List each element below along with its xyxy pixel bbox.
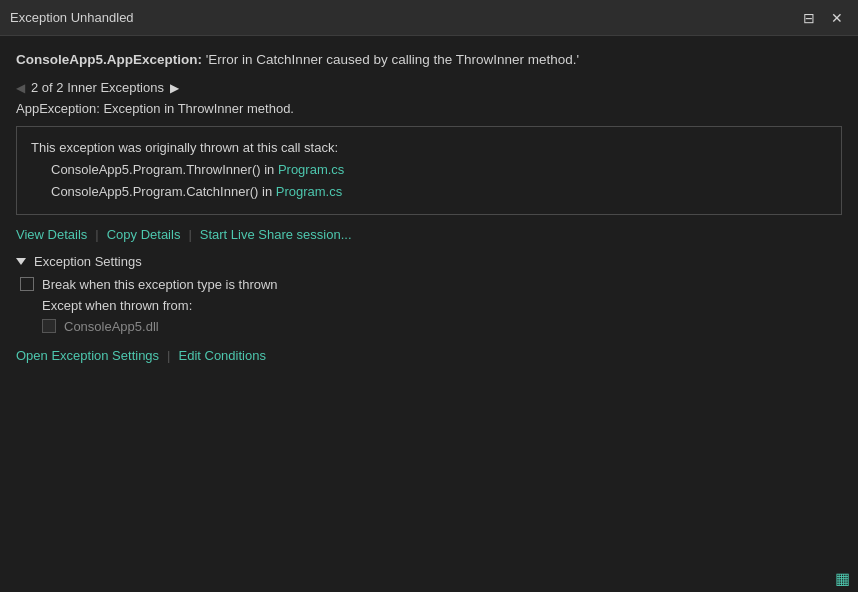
dialog-title: Exception Unhandled — [10, 10, 134, 25]
callstack-line-2: ConsoleApp5.Program.CatchInner() in Prog… — [51, 181, 827, 203]
inner-exceptions-nav: ◀ 2 of 2 Inner Exceptions ▶ — [16, 80, 842, 95]
edit-conditions-link[interactable]: Edit Conditions — [178, 348, 265, 363]
main-content: ConsoleApp5.AppException: 'Error in Catc… — [0, 36, 858, 565]
live-share-link[interactable]: Start Live Share session... — [200, 227, 352, 242]
copy-details-link[interactable]: Copy Details — [107, 227, 181, 242]
settings-body: Break when this exception type is thrown… — [16, 277, 842, 334]
settings-header: Exception Settings — [16, 254, 842, 269]
inner-exception-desc: AppException: Exception in ThrowInner me… — [16, 101, 842, 116]
call-stack-box: This exception was originally thrown at … — [16, 126, 842, 214]
break-checkbox[interactable] — [20, 277, 34, 291]
status-bar: ▦ — [0, 565, 858, 592]
title-bar-buttons: ⊟ ✕ — [798, 9, 848, 27]
bottom-sep: | — [167, 348, 170, 363]
open-settings-link[interactable]: Open Exception Settings — [16, 348, 159, 363]
inner-exceptions-label: 2 of 2 Inner Exceptions — [31, 80, 164, 95]
callstack-link-2[interactable]: Program.cs — [276, 184, 342, 199]
dll-checkbox[interactable] — [42, 319, 56, 333]
exception-message: 'Error in CatchInner caused by calling t… — [202, 52, 579, 67]
callstack-prefix-1: ConsoleApp5.Program.ThrowInner() in — [51, 162, 278, 177]
sep-2: | — [188, 227, 191, 242]
nav-right-arrow[interactable]: ▶ — [170, 81, 179, 95]
break-checkbox-row: Break when this exception type is thrown — [20, 277, 842, 292]
title-bar: Exception Unhandled ⊟ ✕ — [0, 0, 858, 36]
nav-left-arrow[interactable]: ◀ — [16, 81, 25, 95]
view-details-link[interactable]: View Details — [16, 227, 87, 242]
break-label: Break when this exception type is thrown — [42, 277, 278, 292]
dll-row: ConsoleApp5.dll — [42, 319, 842, 334]
settings-header-label: Exception Settings — [34, 254, 142, 269]
callstack-prefix-2: ConsoleApp5.Program.CatchInner() in — [51, 184, 276, 199]
callstack-intro: This exception was originally thrown at … — [31, 137, 827, 159]
dll-label: ConsoleApp5.dll — [64, 319, 159, 334]
collapse-triangle-icon[interactable] — [16, 258, 26, 265]
status-icon: ▦ — [835, 569, 850, 588]
except-label: Except when thrown from: — [42, 298, 842, 313]
actions-row: View Details | Copy Details | Start Live… — [16, 225, 842, 244]
close-button[interactable]: ✕ — [826, 9, 848, 27]
callstack-link-1[interactable]: Program.cs — [278, 162, 344, 177]
bottom-actions-row: Open Exception Settings | Edit Condition… — [16, 344, 842, 363]
pin-button[interactable]: ⊟ — [798, 9, 820, 27]
sep-1: | — [95, 227, 98, 242]
exception-type: ConsoleApp5.AppException: — [16, 52, 202, 67]
exception-settings: Exception Settings Break when this excep… — [16, 254, 842, 334]
callstack-line-1: ConsoleApp5.Program.ThrowInner() in Prog… — [51, 159, 827, 181]
exception-header: ConsoleApp5.AppException: 'Error in Catc… — [16, 50, 842, 70]
